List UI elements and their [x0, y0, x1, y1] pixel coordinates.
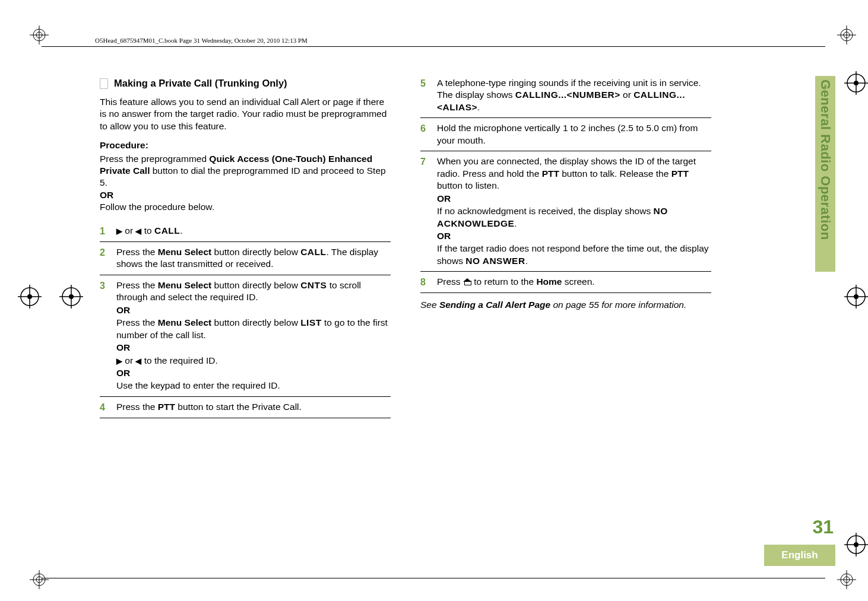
crop-line	[42, 578, 825, 578]
text: button to start the Private Call.	[175, 402, 302, 412]
language-tab: English	[764, 545, 835, 566]
document-icon	[100, 78, 108, 89]
display-text: CALL	[300, 247, 326, 257]
text: or	[122, 355, 135, 365]
divider	[420, 292, 711, 293]
step-body: Press the Menu Select button directly be…	[116, 246, 391, 271]
text: Menu Select	[158, 247, 211, 257]
step-body: Hold the microphone vertically 1 to 2 in…	[437, 122, 711, 147]
text: Press the	[116, 402, 158, 412]
home-icon	[463, 278, 471, 285]
right-column: 5 A telephone-type ringing sounds if the…	[420, 77, 711, 418]
procedure-label: Procedure:	[100, 139, 391, 151]
step-number: 7	[420, 155, 429, 168]
step-body: A telephone-type ringing sounds if the r…	[437, 77, 711, 113]
step-5: 5 A telephone-type ringing sounds if the…	[420, 77, 711, 117]
text: button directly below	[211, 317, 300, 327]
step-body: When you are connected, the display show…	[437, 155, 711, 267]
text: to return to the	[471, 276, 536, 287]
step-number: 8	[420, 276, 429, 288]
text: .	[180, 225, 182, 236]
text: Press the	[116, 317, 158, 327]
text: button directly below	[211, 247, 300, 257]
text: Press the	[116, 280, 158, 290]
text: Use the keypad to enter the required ID.	[116, 380, 280, 390]
left-column: Making a Private Call (Trunking Only) Th…	[100, 77, 391, 418]
text: Press the	[116, 247, 158, 257]
or-label: OR	[100, 190, 113, 200]
step-number: 3	[100, 279, 108, 292]
or-label: OR	[437, 230, 711, 242]
text: Press the preprogrammed	[100, 154, 209, 164]
text: .	[477, 102, 480, 112]
display-text: LIST	[300, 317, 322, 327]
text: .	[525, 256, 528, 266]
or-label: OR	[116, 342, 391, 354]
step-6: 6 Hold the microphone vertically 1 to 2 …	[420, 118, 711, 151]
divider	[100, 418, 391, 418]
step-number: 5	[420, 77, 429, 90]
text: button to listen.	[437, 180, 499, 190]
text: to	[141, 225, 154, 236]
or-label: OR	[116, 367, 391, 379]
step-3: 3 Press the Menu Select button directly …	[100, 275, 391, 396]
text: Menu Select	[158, 317, 211, 327]
step-number: 4	[100, 401, 108, 414]
display-text: CNTS	[300, 280, 327, 290]
step-1: 1 ▶ or ◀ to CALL.	[100, 221, 391, 241]
or-label: OR	[116, 304, 391, 316]
page-content: Making a Private Call (Trunking Only) Th…	[100, 77, 711, 418]
text: Follow the procedure below.	[100, 202, 214, 212]
text: Sending a Call Alert Page	[439, 300, 550, 310]
step-4: 4 Press the PTT button to start the Priv…	[100, 397, 391, 418]
page-number: 31	[812, 516, 834, 538]
registration-mark-icon	[837, 26, 856, 44]
registration-mark-icon	[837, 570, 856, 589]
text: button to talk. Release the	[559, 168, 671, 179]
step-body: Press the PTT button to start the Privat…	[116, 401, 391, 413]
right-arrow-icon: ▶	[116, 227, 122, 236]
crosshair-icon	[844, 285, 868, 309]
crop-line	[42, 46, 825, 47]
text: .	[514, 218, 517, 228]
text: Press	[437, 276, 463, 287]
text: See	[420, 300, 439, 310]
step-number: 1	[100, 225, 108, 237]
display-text: CALLING...<NUMBER>	[515, 90, 620, 100]
step-2: 2 Press the Menu Select button directly …	[100, 242, 391, 275]
intro-text: This feature allows you to send an indiv…	[100, 96, 391, 132]
language-label: English	[781, 549, 818, 561]
text: to the required ID.	[141, 355, 217, 365]
crosshair-icon	[844, 71, 868, 95]
text: PTT	[158, 402, 175, 412]
side-tab-label: General Radio Operation	[818, 80, 833, 269]
step-8: 8 Press to return to the Home screen.	[420, 272, 711, 292]
display-text: NO ANSWER	[465, 256, 525, 266]
footer-note: See Sending a Call Alert Page on page 55…	[420, 299, 711, 311]
left-arrow-icon: ◀	[135, 357, 141, 365]
section-title: Making a Private Call (Trunking Only)	[114, 77, 287, 90]
text: or	[620, 90, 633, 100]
right-arrow-icon: ▶	[116, 357, 122, 365]
step-number: 2	[100, 246, 108, 259]
step-body: Press to return to the Home screen.	[437, 276, 711, 288]
crosshair-icon	[18, 285, 42, 309]
text: If no acknowledgment is received, the di…	[437, 206, 653, 216]
text: screen.	[562, 276, 594, 287]
pre-step-text: Press the preprogrammed Quick Access (On…	[100, 153, 391, 214]
registration-mark-icon	[30, 570, 49, 589]
step-number: 6	[420, 122, 429, 135]
text: on page 55 for more information.	[550, 300, 686, 310]
text: or	[122, 225, 135, 236]
text: PTT	[542, 168, 559, 179]
display-text: CALL	[154, 225, 180, 236]
registration-mark-icon	[30, 26, 49, 44]
running-header: O5Head_6875947M01_C.book Page 31 Wednesd…	[95, 37, 308, 44]
text: button directly below	[211, 280, 300, 290]
text: PTT	[671, 168, 689, 179]
step-body: ▶ or ◀ to CALL.	[116, 225, 391, 237]
left-arrow-icon: ◀	[135, 227, 141, 236]
text: Menu Select	[158, 280, 211, 290]
step-7: 7 When you are connected, the display sh…	[420, 151, 711, 271]
text: Home	[536, 276, 562, 287]
